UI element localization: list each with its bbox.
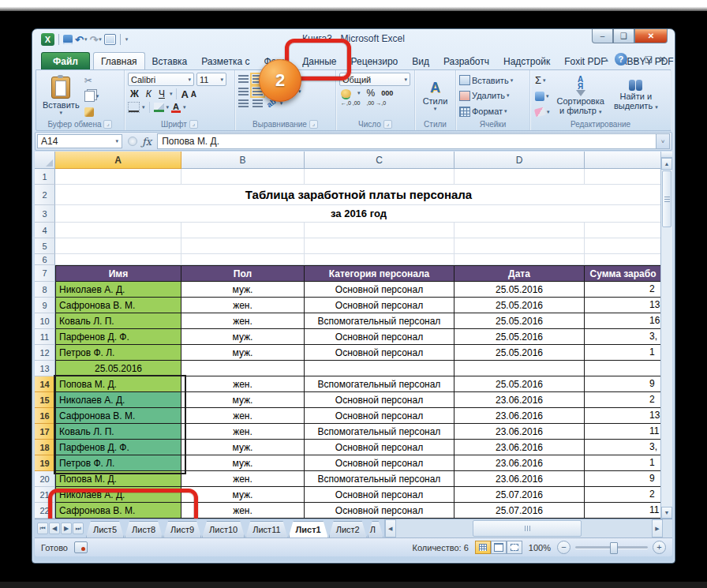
font-family-select[interactable]: Calibri▾ bbox=[128, 73, 194, 86]
row-header-2[interactable]: 2 bbox=[35, 185, 55, 205]
row-header-7[interactable]: 7 bbox=[35, 265, 55, 282]
bold-button[interactable]: Ж bbox=[128, 88, 141, 100]
align-top-icon[interactable] bbox=[238, 75, 249, 83]
cell-A14[interactable]: Попова М. Д. bbox=[55, 376, 181, 392]
row-header-19[interactable]: 19 bbox=[35, 455, 55, 471]
row-header-15[interactable]: 15 bbox=[35, 392, 55, 408]
cell-empty[interactable] bbox=[585, 238, 662, 254]
cell-A20[interactable]: Попова М. Д. bbox=[55, 471, 181, 487]
cell-C9[interactable]: Основной персонал bbox=[305, 298, 454, 313]
page-layout-view-button[interactable] bbox=[491, 541, 507, 554]
hscroll-right-icon[interactable]: ▶ bbox=[652, 519, 663, 537]
cell-E17[interactable]: 11 bbox=[585, 424, 662, 440]
cell-empty[interactable] bbox=[454, 169, 585, 185]
cell-B22[interactable]: жен. bbox=[181, 503, 305, 519]
cell-B12[interactable]: муж. bbox=[181, 345, 305, 361]
cell-empty[interactable] bbox=[454, 223, 585, 238]
insert-cells-button[interactable]: Вставить▾ bbox=[459, 74, 526, 86]
increase-indent-icon[interactable] bbox=[252, 99, 263, 107]
row-header-8[interactable]: 8 bbox=[35, 282, 55, 298]
row-header-4[interactable]: 4 bbox=[35, 223, 55, 238]
zoom-slider-track[interactable] bbox=[575, 546, 648, 549]
zoom-out-button[interactable]: − bbox=[557, 541, 570, 554]
row-header-9[interactable]: 9 bbox=[35, 298, 55, 313]
column-header-C[interactable]: C bbox=[305, 152, 454, 169]
cell-D22[interactable]: 25.07.2016 bbox=[454, 503, 585, 519]
tab-insert[interactable]: Вставка bbox=[145, 53, 195, 69]
paste-button[interactable]: Вставить ▾ bbox=[39, 73, 83, 119]
minimize-ribbon-icon[interactable]: ▴ bbox=[605, 56, 608, 63]
table-header-cell[interactable]: Дата bbox=[454, 265, 585, 282]
find-select-button[interactable]: Найти и выделить ▾ bbox=[612, 73, 660, 119]
cell-E11[interactable]: 3, bbox=[585, 329, 662, 345]
autosum-button[interactable]: Σ▾ bbox=[535, 74, 550, 86]
cell-empty[interactable] bbox=[181, 169, 305, 185]
italic-button[interactable]: К bbox=[144, 88, 154, 100]
name-box-dropdown-arrow[interactable]: ▾ bbox=[115, 138, 118, 144]
cell-A16[interactable]: Сафронова В. М. bbox=[55, 408, 181, 424]
cell-A15[interactable]: Николаев А. Д. bbox=[55, 392, 181, 408]
cell-E10[interactable]: 16 bbox=[585, 313, 662, 329]
formula-input[interactable]: Попова М. Д. bbox=[157, 133, 656, 149]
row-header-20[interactable]: 20 bbox=[35, 471, 55, 487]
row-header-3[interactable]: 3 bbox=[35, 205, 55, 223]
cell-E8[interactable]: 2 bbox=[585, 282, 662, 298]
cell-C13[interactable] bbox=[305, 361, 454, 376]
cell-A8[interactable]: Николаев А. Д. bbox=[55, 282, 181, 298]
tab-page-layout[interactable]: Разметка с bbox=[194, 53, 256, 69]
percent-style-button[interactable]: % bbox=[367, 88, 376, 99]
cell-B16[interactable]: жен. bbox=[181, 408, 305, 424]
cell-D19[interactable]: 23.06.2016 bbox=[454, 455, 585, 471]
cell-A9[interactable]: Сафронова В. М. bbox=[55, 298, 181, 313]
sheet-tab-Лист2[interactable]: Лист2 bbox=[329, 521, 367, 537]
vertical-scroll-track[interactable] bbox=[661, 228, 672, 507]
clipboard-dialog-launcher-icon[interactable]: ⌟ bbox=[103, 120, 112, 129]
cell-D8[interactable]: 25.05.2016 bbox=[454, 282, 585, 298]
row-header-17[interactable]: 17 bbox=[35, 424, 55, 440]
close-button[interactable]: ✕ bbox=[634, 29, 668, 43]
zoom-in-button[interactable]: + bbox=[653, 541, 666, 554]
cell-A18[interactable]: Парфенов Д. Ф. bbox=[55, 440, 181, 455]
page-break-view-button[interactable] bbox=[507, 541, 522, 554]
column-header-D[interactable]: D bbox=[454, 152, 585, 169]
next-sheet-icon[interactable]: ▶ bbox=[61, 522, 72, 534]
cell-D15[interactable]: 23.06.2016 bbox=[454, 392, 585, 408]
cell-E14[interactable]: 9 bbox=[585, 376, 662, 392]
expand-formula-bar-icon[interactable]: ˅ bbox=[656, 133, 670, 149]
cell-A11[interactable]: Парфенов Д. Ф. bbox=[55, 329, 181, 345]
cell-A10[interactable]: Коваль Л. П. bbox=[55, 313, 181, 329]
cell-empty[interactable] bbox=[585, 169, 662, 185]
hscroll-left-icon[interactable]: ◀ bbox=[385, 519, 396, 537]
number-dialog-launcher-icon[interactable]: ⌟ bbox=[383, 120, 392, 129]
cell-B17[interactable]: жен. bbox=[181, 424, 305, 440]
cell-title[interactable]: Таблица заработной платы персонала bbox=[55, 185, 662, 205]
cell-D18[interactable]: 23.06.2016 bbox=[454, 440, 585, 455]
paste-dropdown-arrow[interactable]: ▾ bbox=[60, 110, 63, 116]
table-header-cell[interactable]: Сумма зарабо bbox=[585, 265, 662, 282]
cell-A17[interactable]: Коваль Л. П. bbox=[55, 424, 181, 440]
sheet-tab-Лист9[interactable]: Лист9 bbox=[163, 521, 201, 537]
tab-view[interactable]: Вид bbox=[405, 53, 436, 69]
cell-empty[interactable] bbox=[55, 169, 181, 185]
row-header-14[interactable]: 14 bbox=[35, 376, 55, 392]
row-header-11[interactable]: 11 bbox=[35, 329, 55, 345]
underline-button[interactable]: Ч bbox=[156, 88, 167, 100]
cell-D21[interactable]: 25.07.2016 bbox=[454, 487, 585, 503]
select-all-corner[interactable] bbox=[35, 152, 55, 169]
sheet-tab-Лист5[interactable]: Лист5 bbox=[86, 521, 124, 537]
column-header-B[interactable]: B bbox=[181, 152, 305, 169]
row-header-1[interactable]: 1 bbox=[35, 169, 55, 185]
tab-developer[interactable]: Разработч bbox=[436, 53, 496, 69]
cell-B8[interactable]: муж. bbox=[181, 282, 305, 298]
split-handle[interactable] bbox=[661, 152, 672, 158]
restore-button[interactable]: ❑ bbox=[613, 29, 634, 43]
cell-D20[interactable]: 23.06.2016 bbox=[454, 471, 585, 487]
sheet-tab-Л[interactable]: Л bbox=[368, 521, 383, 537]
cell-A13[interactable]: 25.05.2016 bbox=[55, 361, 181, 376]
workbook-close-icon[interactable]: ✕ bbox=[659, 54, 666, 65]
borders-icon[interactable] bbox=[128, 102, 140, 113]
cell-empty[interactable] bbox=[181, 254, 305, 265]
cell-empty[interactable] bbox=[305, 169, 454, 185]
cell-empty[interactable] bbox=[585, 254, 662, 265]
cell-empty[interactable] bbox=[454, 238, 585, 254]
